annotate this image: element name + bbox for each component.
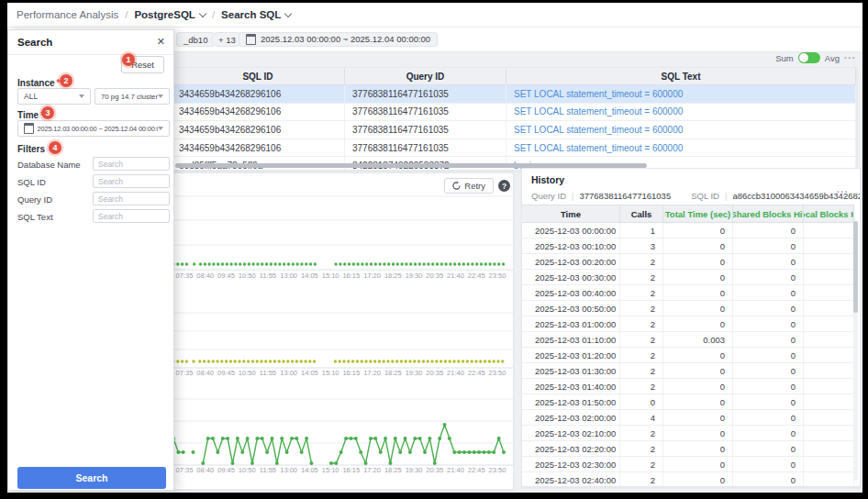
sql-text-cell[interactable]: SET LOCAL statement_timeout = 600000 <box>506 104 856 121</box>
svg-text:11:55: 11:55 <box>260 369 276 377</box>
history-cell <box>804 285 854 300</box>
sql-text-label: SQL Text <box>17 212 53 222</box>
history-cell: 0 <box>733 270 804 284</box>
history-row: 2025-12-03 02:40:00200 <box>522 472 854 487</box>
history-cell: 2 <box>620 363 663 378</box>
step-badge-2: 2 <box>60 74 72 87</box>
query-id-value: 3776838116477161035 <box>579 191 671 201</box>
search-panel: Search ✕ 1 Reset Instance* 2 ALL 70 pg 1… <box>7 29 174 491</box>
history-cell: 2 <box>620 379 663 394</box>
query-id-label: Query ID <box>17 194 52 205</box>
history-more-icon[interactable]: ··· <box>837 187 849 197</box>
history-cell: 2025-12-03 00:20:00 <box>522 254 620 269</box>
sql-text-cell[interactable]: SET LOCAL statement_timeout = 600000 <box>506 85 856 103</box>
sum-label: Sum <box>775 53 794 63</box>
metric-toggle-row: Sum Avg ··· <box>775 52 856 63</box>
database-name-label: Database Name <box>17 160 81 170</box>
history-table-body: 2025-12-03 00:00:001002025-12-03 00:10:0… <box>522 223 854 487</box>
svg-text:14:05: 14:05 <box>301 369 318 377</box>
history-title: History <box>531 174 564 185</box>
breadcrumb-performance-analysis[interactable]: Performance Analysis <box>17 9 118 20</box>
app-window: Performance Analysis / PostgreSQL / Sear… <box>7 3 862 493</box>
date-range-chip[interactable]: 2025.12.03 00:00:00 ~ 2025.12.04 00:00:0… <box>239 32 438 47</box>
history-cell: 2025-12-03 00:30:00 <box>522 270 620 284</box>
chevron-down-icon[interactable] <box>199 10 206 17</box>
table-row[interactable]: 3434659b4342682961063776838116477161035S… <box>172 85 856 104</box>
svg-text:23:50: 23:50 <box>489 369 506 377</box>
sql-text-cell[interactable]: SET LOCAL statement_timeout = 600000 <box>506 139 856 157</box>
time-range-select[interactable]: 2025.12.03 00:00:00 ~ 2025.12.04 00:00:0… <box>17 120 170 137</box>
sql-id-label: SQL ID <box>17 177 46 187</box>
history-cell: 0 <box>663 379 733 394</box>
history-cell: 0 <box>733 379 804 394</box>
history-cell <box>804 379 854 394</box>
table-row[interactable]: 3434659b4342682961063776838116477161035S… <box>172 104 856 122</box>
history-cell: 0 <box>733 394 804 409</box>
history-cell: 2025-12-03 01:30:00 <box>522 363 620 378</box>
svg-text:08:40: 08:40 <box>196 466 214 474</box>
history-cell: 0 <box>663 238 733 253</box>
svg-text:11:55: 11:55 <box>260 466 276 474</box>
chevron-down-icon[interactable] <box>284 10 292 17</box>
svg-text:23:50: 23:50 <box>489 272 506 280</box>
search-button[interactable]: Search <box>17 467 166 489</box>
instance-select-cluster[interactable]: 70 pg 14.7 cluster <box>95 88 170 105</box>
svg-text:20:35: 20:35 <box>426 369 443 377</box>
more-options-icon[interactable]: ··· <box>844 53 856 63</box>
column-total-time[interactable]: Total Time (sec) <box>663 205 733 222</box>
svg-text:07:35: 07:35 <box>176 369 194 377</box>
svg-text:15:10: 15:10 <box>322 369 339 377</box>
sql-table-header: SQL ID Query ID SQL Text <box>172 68 856 85</box>
history-cell: 2 <box>620 316 663 331</box>
column-local-blocks-hit[interactable]: Local Blocks Hit <box>804 205 854 222</box>
scrollbar-thumb[interactable] <box>853 221 858 313</box>
history-cell: 2025-12-03 02:00:00 <box>522 410 620 425</box>
history-cell: 2025-12-03 00:50:00 <box>522 301 620 316</box>
step-badge-4: 4 <box>49 141 61 154</box>
sum-avg-toggle[interactable] <box>798 52 820 63</box>
column-shared-blocks-hit[interactable]: Shared Blocks Hit <box>733 205 804 222</box>
instance-select-all[interactable]: ALL <box>17 88 91 105</box>
history-ids-row: Query ID | 3776838116477161035 SQL ID | … <box>531 191 861 201</box>
table-row[interactable]: 3434659b4342682961063776838116477161035S… <box>172 139 856 158</box>
close-icon[interactable]: ✕ <box>157 36 165 48</box>
history-cell: 2 <box>620 457 663 471</box>
svg-text:19:30: 19:30 <box>406 272 423 280</box>
breadcrumb-separator: / <box>212 9 215 20</box>
history-cell: 0 <box>663 316 733 331</box>
sql-id-input[interactable] <box>93 174 170 188</box>
history-cell: 2025-12-03 02:10:00 <box>522 426 620 440</box>
sql-text-cell[interactable]: SET LOCAL statement_timeout = 600000 <box>506 121 856 139</box>
divider <box>8 54 173 55</box>
history-cell: 2025-12-03 02:20:00 <box>522 441 620 456</box>
query-id-cell: 3776838116477161035 <box>345 121 506 139</box>
query-id-input[interactable] <box>93 192 170 205</box>
history-cell: 0 <box>663 441 733 456</box>
query-id-cell: 3776838116477161035 <box>345 139 506 157</box>
sql-text-input[interactable] <box>93 209 170 223</box>
refresh-icon <box>452 182 461 190</box>
svg-text:16:15: 16:15 <box>342 369 360 377</box>
step-badge-1: 1 <box>122 53 135 66</box>
svg-text:10:50: 10:50 <box>239 369 256 377</box>
history-cell: 0 <box>733 332 804 347</box>
svg-text:17:20: 17:20 <box>363 466 381 474</box>
help-icon[interactable]: ? <box>498 180 510 192</box>
database-tag[interactable]: _db10 <box>176 32 215 47</box>
database-name-input[interactable] <box>93 157 170 171</box>
query-id-label: Query ID <box>531 191 566 201</box>
history-row: 2025-12-03 01:40:00200 <box>522 379 854 394</box>
history-cell: 0 <box>663 348 733 362</box>
table-row[interactable]: 3434659b4342682961063776838116477161035S… <box>172 121 856 139</box>
history-row: 2025-12-03 00:00:00100 <box>522 223 854 238</box>
svg-text:08:40: 08:40 <box>196 369 214 377</box>
vertical-scrollbar[interactable] <box>853 221 858 481</box>
query-id-cell: 3776838116477161035 <box>345 85 506 103</box>
retry-button[interactable]: Retry <box>444 178 494 194</box>
breadcrumb-search-sql[interactable]: Search SQL <box>221 9 281 20</box>
history-cell: 2 <box>620 348 663 362</box>
history-cell: 0 <box>733 301 804 316</box>
breadcrumb-postgresql[interactable]: PostgreSQL <box>134 9 195 20</box>
history-cell: 2 <box>620 426 663 440</box>
history-cell <box>804 348 854 362</box>
